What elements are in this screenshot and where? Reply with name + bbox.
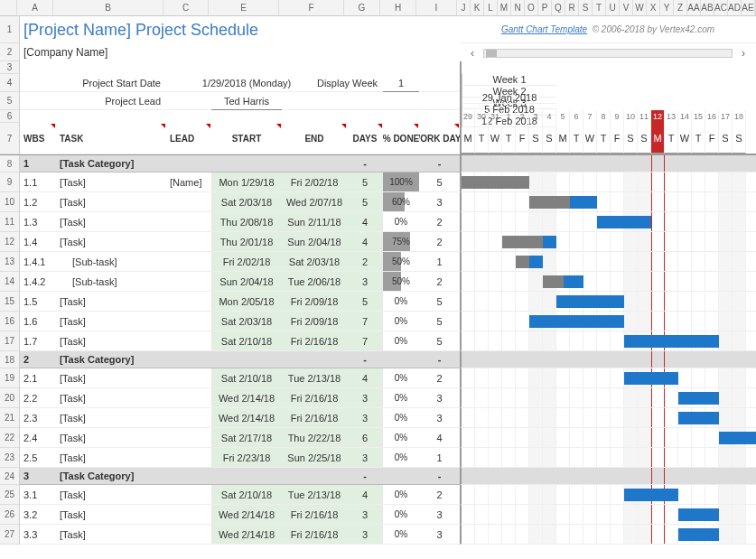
pct-done-cell[interactable]	[383, 468, 419, 485]
workdays-cell[interactable]: 3	[419, 388, 460, 408]
days-cell[interactable]: 5	[347, 192, 383, 212]
end-cell[interactable]: Fri 2/02/18	[282, 172, 347, 192]
task-row[interactable]: 121.4[Task]Thu 2/01/18Sun 2/04/18475%2	[0, 232, 756, 252]
task-name-cell[interactable]: [Sub-task]	[56, 272, 166, 292]
days-cell[interactable]: 4	[347, 368, 383, 388]
header-task[interactable]: TASK	[56, 123, 166, 154]
task-row[interactable]: 232.5[Task]Fri 2/23/18Sun 2/25/1830%1	[0, 448, 756, 468]
wbs-cell[interactable]: 3.2	[20, 505, 56, 525]
start-cell[interactable]: Sat 2/03/18	[211, 312, 282, 331]
start-cell[interactable]: Sat 2/03/18	[211, 192, 282, 212]
wbs-cell[interactable]: 1.1	[20, 172, 56, 192]
lead-cell[interactable]: [Name]	[166, 172, 211, 192]
days-cell[interactable]: 3	[347, 525, 383, 545]
lead-cell[interactable]	[166, 505, 211, 525]
start-cell[interactable]: Wed 2/14/18	[211, 525, 282, 545]
task-name-cell[interactable]: [Task]	[56, 368, 166, 388]
end-cell[interactable]: Sun 2/04/18	[282, 232, 347, 252]
task-row[interactable]: 161.6[Task]Sat 2/03/18Fri 2/09/1870%5	[0, 312, 756, 331]
pct-done-cell[interactable]: 100%	[383, 172, 419, 192]
header-end[interactable]: END	[282, 123, 347, 154]
end-cell[interactable]	[282, 155, 347, 172]
start-cell[interactable]: Wed 2/14/18	[211, 388, 282, 408]
workdays-cell[interactable]: 2	[419, 232, 460, 252]
workdays-cell[interactable]: 3	[419, 525, 460, 545]
start-cell[interactable]: Sat 2/10/18	[211, 485, 282, 505]
end-cell[interactable]: Tue 2/13/18	[282, 368, 347, 388]
pct-done-cell[interactable]: 0%	[383, 448, 419, 468]
lead-cell[interactable]	[166, 428, 211, 448]
task-row[interactable]: 141.4.2[Sub-task]Sun 2/04/18Tue 2/06/183…	[0, 272, 756, 292]
display-week-input[interactable]: 1	[383, 74, 419, 92]
lead-value[interactable]: Ted Harris	[211, 92, 282, 110]
workdays-cell[interactable]: 2	[419, 272, 460, 292]
days-cell[interactable]: 6	[347, 428, 383, 448]
days-cell[interactable]: 3	[347, 505, 383, 525]
scroll-left-icon[interactable]: ‹	[465, 46, 480, 61]
end-cell[interactable]	[282, 351, 347, 368]
scroll-right-icon[interactable]: ›	[736, 46, 751, 61]
start-cell[interactable]: Sat 2/10/18	[211, 368, 282, 388]
task-name-cell[interactable]: [Task]	[56, 408, 166, 428]
start-cell[interactable]: Wed 2/14/18	[211, 505, 282, 525]
task-name-cell[interactable]: [Task]	[56, 428, 166, 448]
task-name-cell[interactable]: [Task]	[56, 312, 166, 331]
lead-cell[interactable]	[166, 232, 211, 252]
wbs-cell[interactable]: 1.7	[20, 331, 56, 351]
header-lead[interactable]: LEAD	[166, 123, 211, 154]
wbs-cell[interactable]: 1.4.1	[20, 252, 56, 272]
workdays-cell[interactable]: 2	[419, 212, 460, 232]
start-cell[interactable]: Wed 2/14/18	[211, 408, 282, 428]
end-cell[interactable]: Fri 2/16/18	[282, 525, 347, 545]
workdays-cell[interactable]: 3	[419, 192, 460, 212]
row-number[interactable]: 1	[0, 16, 20, 43]
pct-done-cell[interactable]: 0%	[383, 505, 419, 525]
end-cell[interactable]: Fri 2/16/18	[282, 505, 347, 525]
workdays-cell[interactable]: 4	[419, 428, 460, 448]
wbs-cell[interactable]: 3	[20, 468, 56, 485]
credit-link[interactable]: Gantt Chart Template	[501, 24, 587, 34]
start-cell[interactable]: Thu 2/08/18	[211, 212, 282, 232]
lead-cell[interactable]	[166, 155, 211, 172]
lead-cell[interactable]	[166, 192, 211, 212]
pct-done-cell[interactable]: 50%	[383, 272, 419, 292]
gantt-cell[interactable]	[460, 312, 756, 331]
task-row[interactable]: 263.2[Task]Wed 2/14/18Fri 2/16/1830%3	[0, 505, 756, 525]
end-cell[interactable]: Tue 2/06/18	[282, 272, 347, 292]
end-cell[interactable]: Fri 2/16/18	[282, 408, 347, 428]
wbs-cell[interactable]: 1.4.2	[20, 272, 56, 292]
start-cell[interactable]: Sat 2/10/18	[211, 331, 282, 351]
pct-done-cell[interactable]: 0%	[383, 428, 419, 448]
days-cell[interactable]: -	[347, 351, 383, 368]
pct-done-cell[interactable]: 0%	[383, 212, 419, 232]
pct-done-cell[interactable]: 0%	[383, 292, 419, 312]
task-row[interactable]: 111.3[Task]Thu 2/08/18Sun 2/11/1840%2	[0, 212, 756, 232]
wbs-cell[interactable]: 2	[20, 351, 56, 368]
task-row[interactable]: 101.2[Task]Sat 2/03/18Wed 2/07/18560%3	[0, 192, 756, 212]
task-name-cell[interactable]: [Task]	[56, 212, 166, 232]
pct-done-cell[interactable]: 0%	[383, 485, 419, 505]
days-cell[interactable]: -	[347, 155, 383, 172]
gantt-cell[interactable]	[460, 408, 756, 428]
wbs-cell[interactable]: 1.2	[20, 192, 56, 212]
gantt-cell[interactable]	[460, 232, 756, 252]
wbs-cell[interactable]: 1.3	[20, 212, 56, 232]
gantt-cell[interactable]	[460, 252, 756, 272]
start-cell[interactable]: Sun 2/04/18	[211, 272, 282, 292]
days-cell[interactable]: 4	[347, 212, 383, 232]
end-cell[interactable]: Wed 2/07/18	[282, 192, 347, 212]
pct-done-cell[interactable]: 75%	[383, 232, 419, 252]
workdays-cell[interactable]: -	[419, 468, 460, 485]
gantt-cell[interactable]	[460, 155, 756, 172]
workdays-cell[interactable]: 5	[419, 292, 460, 312]
task-name-cell[interactable]: [Task Category]	[56, 468, 166, 485]
lead-cell[interactable]	[166, 212, 211, 232]
pct-done-cell[interactable]	[383, 155, 419, 172]
pct-done-cell[interactable]: 0%	[383, 331, 419, 351]
task-row[interactable]: 171.7[Task]Sat 2/10/18Fri 2/16/1870%5	[0, 331, 756, 351]
scroll-track[interactable]	[483, 49, 733, 58]
lead-cell[interactable]	[166, 292, 211, 312]
days-cell[interactable]: 4	[347, 232, 383, 252]
task-row[interactable]: 91.1[Task][Name]Mon 1/29/18Fri 2/02/1851…	[0, 172, 756, 192]
workdays-cell[interactable]: 5	[419, 312, 460, 331]
